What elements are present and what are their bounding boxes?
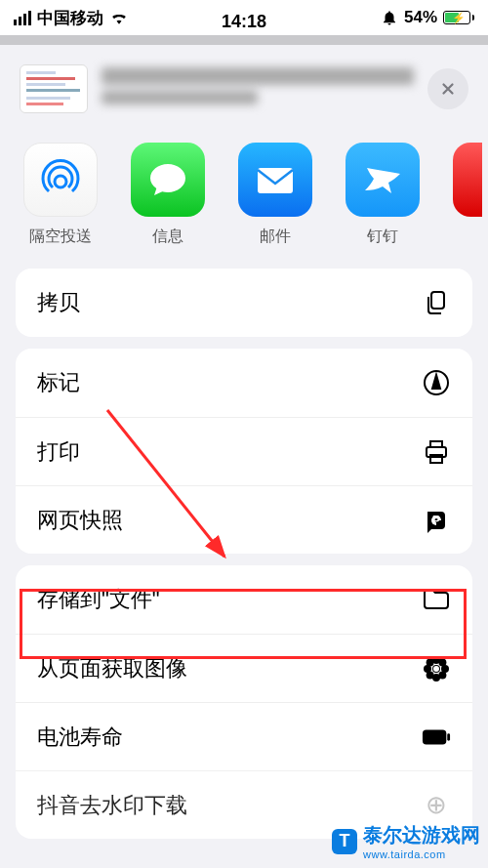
svg-point-13 bbox=[427, 658, 434, 666]
app-messages[interactable]: 信息 bbox=[131, 143, 205, 247]
status-bar: 中国移动 14:18 54% ⚡ bbox=[0, 0, 488, 35]
close-icon bbox=[439, 80, 457, 98]
background-strip bbox=[0, 35, 488, 45]
svg-point-16 bbox=[438, 671, 446, 679]
action-group-tools: 标记 打印 网页快照 P bbox=[16, 349, 472, 554]
app-label: 钉钉 bbox=[367, 227, 398, 247]
messages-icon bbox=[131, 143, 205, 217]
svg-rect-19 bbox=[447, 733, 450, 741]
svg-point-14 bbox=[438, 658, 446, 666]
action-label: 从页面获取图像 bbox=[37, 654, 187, 683]
action-markup[interactable]: 标记 bbox=[16, 349, 472, 417]
app-airdrop[interactable]: 隔空投送 bbox=[23, 143, 98, 247]
svg-point-17 bbox=[433, 666, 439, 672]
action-group-misc: 存储到"文件" 从页面获取图像 电池寿命 抖音去水印下载 ⊕ bbox=[16, 565, 472, 839]
alarm-icon bbox=[381, 9, 398, 26]
carrier-label: 中国移动 bbox=[37, 7, 103, 29]
folder-icon bbox=[422, 585, 451, 614]
action-label: 标记 bbox=[37, 368, 80, 397]
app-label: 信息 bbox=[152, 227, 183, 247]
share-apps-row[interactable]: 隔空投送 信息 邮件 钉钉 bbox=[0, 137, 488, 257]
watermark-logo-icon: T bbox=[332, 829, 357, 854]
svg-rect-2 bbox=[431, 292, 444, 309]
flower-icon bbox=[422, 654, 451, 683]
wifi-icon bbox=[109, 10, 129, 25]
sheet-header bbox=[0, 57, 488, 137]
webclip-icon: P bbox=[422, 506, 451, 535]
action-label: 拷贝 bbox=[37, 288, 80, 317]
action-group-copy: 拷贝 bbox=[16, 269, 472, 337]
action-get-images[interactable]: 从页面获取图像 bbox=[16, 634, 472, 702]
svg-rect-1 bbox=[258, 168, 293, 193]
plus-icon: ⊕ bbox=[422, 791, 451, 820]
copy-icon bbox=[422, 288, 451, 317]
action-label: 存储到"文件" bbox=[37, 585, 160, 614]
watermark-site: 泰尔达游戏网 bbox=[363, 822, 480, 848]
battery-full-icon bbox=[422, 723, 451, 752]
battery-percent: 54% bbox=[404, 8, 437, 27]
battery-icon: ⚡ bbox=[443, 11, 474, 24]
watermark-url: www.tairda.com bbox=[363, 848, 480, 860]
share-sheet: 隔空投送 信息 邮件 钉钉 拷贝 bbox=[0, 47, 488, 868]
close-button[interactable] bbox=[427, 68, 468, 109]
watermark: T 泰尔达游戏网 www.tairda.com bbox=[332, 822, 480, 860]
page-thumbnail bbox=[20, 64, 88, 113]
app-mail[interactable]: 邮件 bbox=[238, 143, 312, 247]
action-battery-life[interactable]: 电池寿命 bbox=[16, 702, 472, 770]
mail-icon bbox=[238, 143, 312, 217]
action-label: 打印 bbox=[37, 437, 80, 467]
print-icon bbox=[422, 437, 451, 467]
airdrop-icon bbox=[23, 143, 98, 217]
svg-point-0 bbox=[55, 176, 66, 187]
action-label: 网页快照 bbox=[37, 506, 123, 535]
app-label: 隔空投送 bbox=[29, 227, 92, 247]
action-save-to-files[interactable]: 存储到"文件" bbox=[16, 565, 472, 634]
svg-rect-18 bbox=[423, 729, 446, 744]
svg-text:P: P bbox=[432, 514, 440, 527]
app-label: 邮件 bbox=[260, 227, 291, 247]
app-partial[interactable] bbox=[453, 143, 482, 217]
action-webclip[interactable]: 网页快照 P bbox=[16, 485, 472, 554]
action-label: 抖音去水印下载 bbox=[37, 791, 187, 820]
action-print[interactable]: 打印 bbox=[16, 417, 472, 485]
markup-icon bbox=[422, 368, 451, 397]
signal-icon bbox=[14, 11, 31, 25]
svg-point-15 bbox=[427, 671, 434, 679]
partial-app-icon bbox=[453, 143, 482, 217]
dingtalk-icon bbox=[346, 143, 420, 217]
action-copy[interactable]: 拷贝 bbox=[16, 269, 472, 337]
action-label: 电池寿命 bbox=[37, 723, 123, 752]
app-dingtalk[interactable]: 钉钉 bbox=[346, 143, 420, 247]
page-title-blurred bbox=[102, 67, 414, 110]
